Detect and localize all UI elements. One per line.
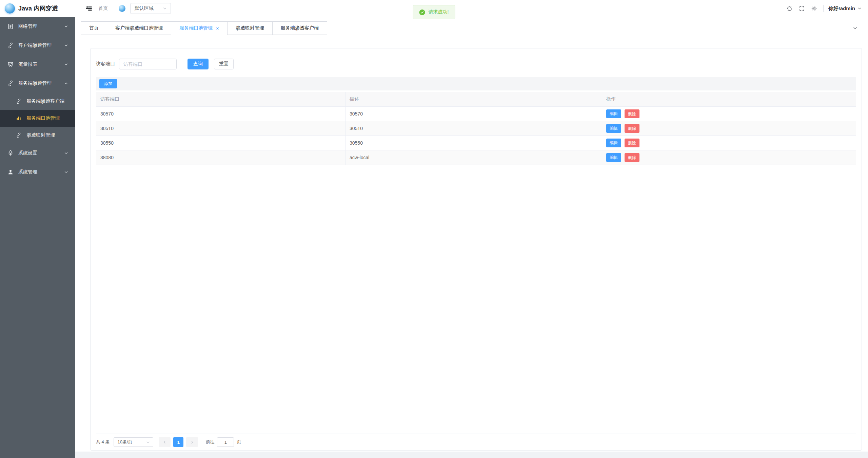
chevron-right-icon xyxy=(190,440,194,444)
chevron-down-icon xyxy=(64,24,68,29)
tab-server-penetration-client[interactable]: 服务端渗透客户端 xyxy=(272,21,327,35)
sidebar-item-server-penetration-management[interactable]: 服务端渗透管理 xyxy=(0,74,75,93)
delete-button[interactable]: 删除 xyxy=(625,153,639,162)
edit-button[interactable]: 编辑 xyxy=(606,139,621,147)
sidebar-item-network-management[interactable]: 网络管理 xyxy=(0,17,75,36)
edit-button[interactable]: 编辑 xyxy=(606,153,621,162)
cell-port: 30570 xyxy=(96,107,346,121)
pagination-total: 共 4 条 xyxy=(96,439,110,445)
sidebar-item-label: 系统设置 xyxy=(18,150,64,156)
toast-message: 请求成功! xyxy=(429,9,449,15)
sidebar-item-client-penetration-management[interactable]: 客户端渗透管理 xyxy=(0,36,75,55)
search-field-label: 访客端口 xyxy=(96,61,115,67)
sidebar-item-label: 流量报表 xyxy=(18,61,64,67)
goto-label: 前往 xyxy=(205,439,214,445)
cell-desc: 30550 xyxy=(346,136,602,150)
success-toast: 请求成功! xyxy=(413,5,455,19)
page-content: 访客端口 查询 重置 添加 访客端口 描述 操作 xyxy=(75,35,868,452)
column-header-desc: 描述 xyxy=(346,92,602,106)
app-logo-icon xyxy=(5,3,15,14)
tab-label: 渗透映射管理 xyxy=(236,25,264,31)
sidebar: Java 内网穿透 网络管理 客户端渗透管理 xyxy=(0,0,75,458)
query-button[interactable]: 查询 xyxy=(188,59,209,69)
content-card: 访客端口 查询 重置 添加 访客端口 描述 操作 xyxy=(90,48,862,451)
goto-page-input[interactable] xyxy=(217,437,234,447)
page-number-button[interactable]: 1 xyxy=(173,437,183,447)
sidebar-item-label: 网络管理 xyxy=(18,23,64,29)
cell-desc: 30510 xyxy=(346,121,602,136)
sidebar-item-penetration-mapping-management[interactable]: 渗透映射管理 xyxy=(0,127,75,144)
chevron-up-icon xyxy=(64,81,68,86)
delete-button[interactable]: 删除 xyxy=(625,109,639,118)
document-icon xyxy=(7,23,14,30)
cell-actions: 编辑 删除 xyxy=(602,150,856,165)
logo-mini-icon[interactable] xyxy=(119,5,125,12)
link-icon xyxy=(15,131,22,139)
sidebar-fold-icon[interactable] xyxy=(85,4,93,13)
delete-button[interactable]: 删除 xyxy=(625,124,639,133)
sidebar-menu: 网络管理 客户端渗透管理 流量报表 xyxy=(0,17,75,182)
sidebar-item-system-management[interactable]: 系统管理 xyxy=(0,163,75,182)
tab-server-port-pool-management[interactable]: 服务端口池管理 × xyxy=(171,21,228,35)
tabs-dropdown-icon[interactable] xyxy=(852,21,858,35)
tab-client-port-pool-management[interactable]: 客户端渗透端口池管理 xyxy=(107,21,171,35)
cell-port: 30510 xyxy=(96,121,346,136)
link-icon xyxy=(7,80,14,87)
main-area: 首页 默认区域 你好!admin xyxy=(75,0,868,452)
success-check-icon xyxy=(419,9,425,15)
sidebar-item-server-penetration-client[interactable]: 服务端渗透客户端 xyxy=(0,93,75,110)
table-row: 30550 30550 编辑 删除 xyxy=(96,136,856,150)
link-icon xyxy=(7,42,14,49)
sidebar-submenu: 服务端渗透客户端 服务端口池管理 渗透映射管理 xyxy=(0,93,75,144)
edit-button[interactable]: 编辑 xyxy=(606,109,621,118)
chevron-down-icon xyxy=(64,43,68,48)
region-select-value: 默认区域 xyxy=(135,5,162,12)
theme-icon[interactable] xyxy=(809,3,819,14)
user-greeting: 你好!admin xyxy=(828,5,855,12)
page-background-strip xyxy=(75,452,868,458)
table-empty-area xyxy=(96,165,856,434)
user-menu[interactable]: 你好!admin xyxy=(828,5,862,12)
chevron-down-icon xyxy=(64,151,68,155)
sidebar-item-label: 服务端口池管理 xyxy=(26,115,68,121)
microphone-icon xyxy=(7,149,14,157)
link-icon xyxy=(15,98,22,105)
cell-port: 30550 xyxy=(96,136,346,150)
close-icon[interactable]: × xyxy=(216,26,219,31)
sidebar-item-label: 渗透映射管理 xyxy=(26,132,68,138)
fullscreen-icon[interactable] xyxy=(797,3,807,14)
delete-button[interactable]: 删除 xyxy=(625,139,639,147)
top-bar: 首页 默认区域 你好!admin xyxy=(75,0,868,17)
pagination: 共 4 条 10条/页 1 前往 页 xyxy=(96,434,856,450)
search-input[interactable] xyxy=(119,59,177,69)
sidebar-item-system-settings[interactable]: 系统设置 xyxy=(0,144,75,163)
add-button[interactable]: 添加 xyxy=(99,79,117,88)
page-unit-label: 页 xyxy=(237,439,241,445)
next-page-button[interactable] xyxy=(186,437,198,447)
table-row: 30510 30510 编辑 删除 xyxy=(96,121,856,136)
sidebar-item-server-port-pool-management[interactable]: 服务端口池管理 xyxy=(0,110,75,127)
cell-port: 38080 xyxy=(96,150,346,165)
edit-button[interactable]: 编辑 xyxy=(606,124,621,133)
column-header-port: 访客端口 xyxy=(96,92,346,106)
app-logo: Java 内网穿透 xyxy=(0,0,75,17)
table-row: 38080 acw-local 编辑 删除 xyxy=(96,150,856,165)
app-window: Java 内网穿透 网络管理 客户端渗透管理 xyxy=(0,0,868,458)
sidebar-item-label: 服务端渗透管理 xyxy=(18,80,64,86)
region-select[interactable]: 默认区域 xyxy=(130,3,171,14)
tab-home[interactable]: 首页 xyxy=(81,21,107,35)
chevron-down-icon xyxy=(146,440,150,444)
user-icon xyxy=(7,168,14,176)
chevron-left-icon xyxy=(162,440,167,444)
bar-chart-icon xyxy=(15,114,22,122)
tab-label: 首页 xyxy=(89,25,99,31)
page-size-select[interactable]: 10条/页 xyxy=(114,437,153,447)
tab-penetration-mapping-management[interactable]: 渗透映射管理 xyxy=(227,21,273,35)
reset-button[interactable]: 重置 xyxy=(214,59,234,69)
breadcrumb[interactable]: 首页 xyxy=(98,5,108,12)
presentation-chart-icon xyxy=(7,61,14,68)
refresh-icon[interactable] xyxy=(785,3,795,14)
tab-label: 服务端口池管理 xyxy=(179,25,213,31)
previous-page-button[interactable] xyxy=(159,437,171,447)
sidebar-item-traffic-report[interactable]: 流量报表 xyxy=(0,55,75,74)
